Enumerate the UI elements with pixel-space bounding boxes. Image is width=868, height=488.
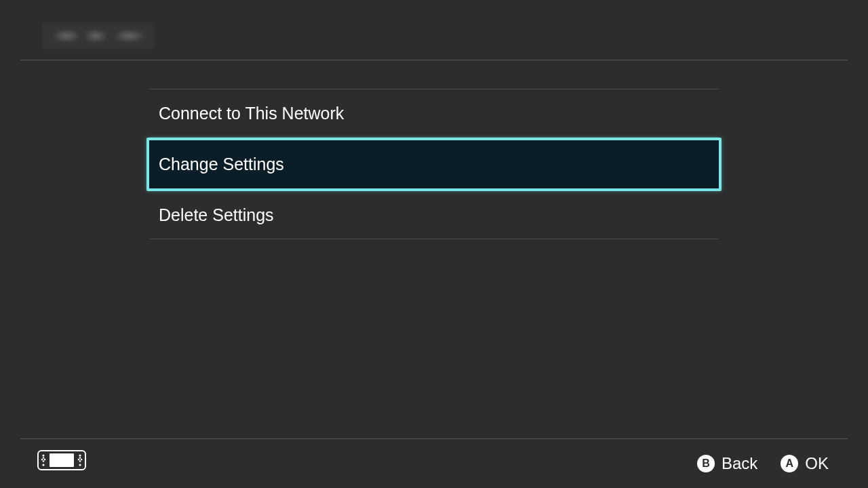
svg-point-2 [42,454,44,456]
svg-point-4 [44,459,46,461]
screen: Connect to This Network Change Settings … [0,0,868,488]
b-button-icon: B [697,455,715,472]
svg-point-7 [42,464,44,466]
svg-point-12 [79,460,81,462]
svg-point-3 [41,459,43,461]
svg-point-11 [79,457,81,459]
menu-item-label: Connect to This Network [159,104,344,123]
hint-label: OK [805,454,829,473]
menu-item-label: Delete Settings [159,205,274,225]
svg-point-8 [79,454,81,456]
controller-icon [37,450,86,473]
svg-point-6 [43,460,45,462]
svg-point-10 [81,459,83,461]
menu-item-label: Change Settings [159,155,284,174]
svg-point-13 [79,464,81,466]
menu-item-delete-settings[interactable]: Delete Settings [149,191,719,239]
menu-item-connect[interactable]: Connect to This Network [149,89,719,138]
a-button-icon: A [781,455,798,472]
header [0,0,868,60]
hint-label: Back [722,454,757,473]
svg-point-9 [78,459,80,461]
network-options-menu: Connect to This Network Change Settings … [149,89,719,239]
svg-rect-1 [50,453,74,467]
menu-item-change-settings[interactable]: Change Settings [146,138,722,191]
page-title-obscured [42,23,154,49]
button-hints: B Back A OK [697,439,829,488]
header-divider [20,60,848,60]
svg-point-5 [43,457,45,459]
hint-back[interactable]: B Back [697,454,757,473]
hint-ok[interactable]: A OK [781,454,829,473]
footer: B Back A OK [0,439,868,488]
